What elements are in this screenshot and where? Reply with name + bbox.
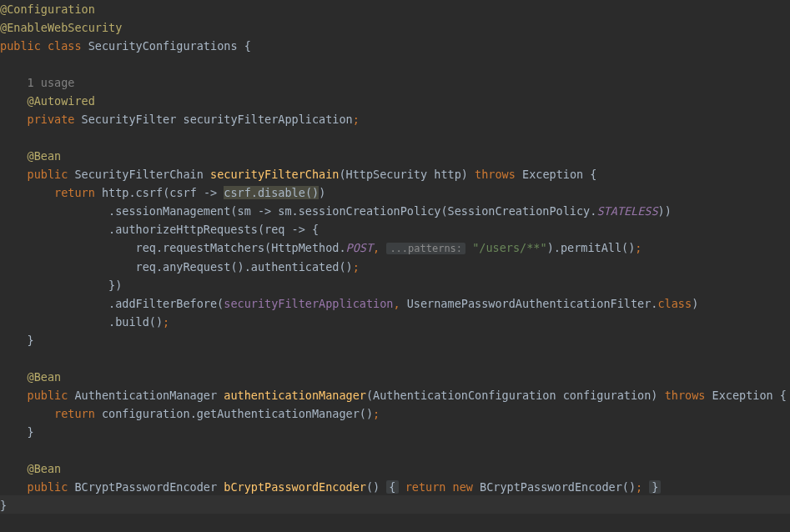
paren-open: ( bbox=[366, 389, 373, 402]
double-paren-close: )) bbox=[658, 204, 672, 218]
annotation-enable-web-security: @EnableWebSecurity bbox=[0, 21, 122, 34]
lambda-param-req: req bbox=[264, 223, 284, 236]
type-security-configurations: SecurityConfigurations bbox=[88, 39, 238, 53]
call-any-request: anyRequest bbox=[163, 260, 230, 274]
dot: . bbox=[554, 241, 561, 254]
ident-sm: sm bbox=[278, 204, 291, 218]
ident-req: req bbox=[136, 260, 156, 274]
ident-csrf: csrf bbox=[224, 186, 251, 199]
annotation-autowired: @Autowired bbox=[28, 94, 95, 108]
semicolon: ; bbox=[353, 113, 360, 126]
dot: . bbox=[251, 186, 258, 199]
method-name-bcrypt-password-encoder: bCryptPasswordEncoder bbox=[224, 480, 366, 494]
keyword-new: new bbox=[453, 480, 473, 494]
dot: . bbox=[128, 186, 135, 199]
annotation-bean-2: @Bean bbox=[28, 370, 62, 384]
semicolon: ; bbox=[353, 260, 360, 274]
call-csrf: csrf bbox=[136, 186, 164, 199]
call-disable: disable bbox=[258, 186, 305, 199]
dot: . bbox=[244, 260, 251, 274]
highlight-csrf-disable: csrf.disable() bbox=[224, 186, 319, 199]
type-bcrypt-password-encoder: BCryptPasswordEncoder bbox=[74, 480, 217, 494]
dot: . bbox=[156, 260, 163, 274]
keyword-public: public bbox=[28, 168, 68, 181]
field-ref-security-filter-application: securityFilterApplication bbox=[224, 297, 393, 310]
comma: , bbox=[393, 297, 400, 310]
type-exception: Exception bbox=[522, 168, 583, 181]
keyword-class-ref: class bbox=[657, 297, 692, 310]
empty-paren: () bbox=[621, 241, 635, 254]
param-http: http bbox=[434, 168, 461, 181]
type-bcrypt-password-encoder-ctor: BCryptPasswordEncoder bbox=[480, 480, 622, 494]
dot: . bbox=[339, 241, 345, 254]
code-editor[interactable]: @Configuration @EnableWebSecurity public… bbox=[0, 0, 790, 514]
type-authentication-configuration: AuthenticationConfiguration bbox=[373, 389, 556, 402]
ident-configuration: configuration bbox=[102, 407, 190, 420]
keyword-private: private bbox=[28, 113, 75, 126]
empty-paren: () bbox=[305, 186, 319, 199]
call-authenticated: authenticated bbox=[251, 260, 340, 274]
dot: . bbox=[108, 315, 115, 329]
semicolon: ; bbox=[635, 241, 642, 254]
keyword-public: public bbox=[28, 480, 68, 494]
comma: , bbox=[373, 241, 380, 254]
empty-paren: () bbox=[149, 315, 163, 329]
type-http-method: HttpMethod bbox=[271, 241, 339, 254]
const-post: POST bbox=[346, 241, 374, 254]
dot: . bbox=[190, 407, 197, 420]
type-security-filter-chain: SecurityFilterChain bbox=[74, 168, 203, 181]
semicolon: ; bbox=[373, 407, 380, 420]
type-username-password-authentication-filter: UsernamePasswordAuthenticationFilter bbox=[407, 297, 652, 310]
paren-close: ) bbox=[651, 389, 657, 402]
fold-brace-open[interactable]: { bbox=[386, 480, 398, 494]
paren-open: ( bbox=[440, 204, 447, 218]
type-http-security: HttpSecurity bbox=[346, 168, 428, 181]
brace-close: } bbox=[28, 334, 34, 347]
call-get-authentication-manager: getAuthenticationManager bbox=[197, 407, 360, 420]
brace-open: { bbox=[780, 389, 787, 402]
call-add-filter-before: addFilterBefore bbox=[115, 297, 217, 310]
call-build: build bbox=[115, 315, 149, 329]
dot: . bbox=[108, 204, 115, 218]
empty-paren: () bbox=[622, 480, 636, 494]
dot: . bbox=[292, 204, 299, 218]
semicolon: ; bbox=[636, 480, 642, 494]
fold-brace-close[interactable]: } bbox=[649, 480, 661, 494]
paren-close: ) bbox=[319, 186, 325, 199]
call-session-management: sessionManagement bbox=[115, 204, 230, 218]
annotation-bean-1: @Bean bbox=[28, 149, 62, 163]
brace-close: } bbox=[28, 425, 34, 439]
keyword-public: public bbox=[28, 389, 68, 402]
brace-close-paren: }) bbox=[108, 279, 122, 292]
lambda-param-sm: sm bbox=[238, 204, 251, 218]
const-stateless: STATELESS bbox=[596, 204, 657, 218]
ident-req: req bbox=[136, 241, 156, 254]
empty-paren: () bbox=[360, 407, 373, 420]
arrow: -> bbox=[258, 204, 271, 218]
arrow: -> bbox=[204, 186, 217, 199]
inlay-usage-hint[interactable]: 1 usage bbox=[28, 76, 75, 89]
empty-paren: () bbox=[230, 260, 244, 274]
annotation-configuration: @Configuration bbox=[0, 3, 95, 16]
keyword-throws: throws bbox=[665, 389, 706, 402]
inlay-param-patterns[interactable]: ...patterns: bbox=[386, 243, 465, 254]
method-name-authentication-manager: authenticationManager bbox=[224, 389, 366, 402]
call-authorize-http-requests: authorizeHttpRequests bbox=[115, 223, 258, 236]
paren-open: ( bbox=[230, 204, 237, 218]
call-request-matchers: requestMatchers bbox=[163, 241, 264, 254]
paren-close: ) bbox=[692, 297, 698, 310]
brace-close-class: } bbox=[0, 499, 7, 512]
dot: . bbox=[108, 297, 115, 310]
call-permit-all: permitAll bbox=[561, 241, 621, 254]
paren-open: ( bbox=[264, 241, 271, 254]
string-users-pattern: "/users/**" bbox=[472, 241, 546, 254]
keyword-public: public bbox=[0, 39, 41, 53]
brace-open: { bbox=[244, 39, 251, 53]
paren-open: ( bbox=[339, 168, 345, 181]
brace-open: { bbox=[590, 168, 596, 181]
ident-http: http bbox=[102, 186, 129, 199]
empty-paren: () bbox=[339, 260, 352, 274]
call-session-creation-policy: sessionCreationPolicy bbox=[299, 204, 441, 218]
type-session-creation-policy: SessionCreationPolicy bbox=[448, 204, 591, 218]
method-name-security-filter-chain: securityFilterChain bbox=[210, 168, 339, 181]
